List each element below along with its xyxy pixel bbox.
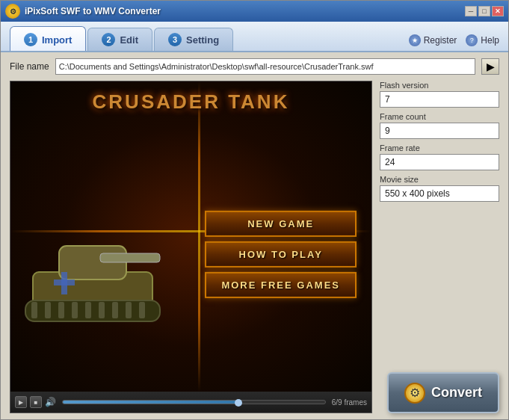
progress-track[interactable] bbox=[62, 400, 326, 404]
gear-symbol: ⚙ bbox=[410, 386, 420, 400]
preview-area: CRUSADER TANK bbox=[10, 81, 372, 413]
movie-size-label: Movie size bbox=[380, 175, 499, 184]
header: 1 Import 2 Edit 3 Setting ★ Register ? H… bbox=[1, 22, 508, 52]
svg-rect-13 bbox=[126, 302, 132, 318]
frame-counter: 6/9 frames bbox=[332, 398, 367, 407]
file-input[interactable] bbox=[55, 58, 475, 75]
tab-bar: 1 Import 2 Edit 3 Setting bbox=[10, 26, 233, 51]
maximize-button[interactable]: □ bbox=[478, 6, 490, 16]
svg-rect-14 bbox=[139, 302, 145, 318]
app-icon: ⚙ bbox=[5, 4, 20, 19]
svg-rect-9 bbox=[72, 302, 78, 318]
preview-frame: CRUSADER TANK bbox=[10, 81, 371, 392]
game-menu: NEW GAME HOW TO PLAY MORE FREE GAMES bbox=[205, 210, 357, 297]
tab-edit-label: Edit bbox=[120, 34, 138, 46]
frame-rate-value: 24 bbox=[380, 154, 499, 170]
register-icon: ★ bbox=[409, 34, 421, 46]
tab-edit-num: 2 bbox=[102, 33, 115, 46]
more-free-games-button[interactable]: MORE FREE GAMES bbox=[205, 271, 357, 297]
tab-import-num: 1 bbox=[24, 33, 37, 46]
spacer bbox=[380, 206, 499, 368]
movie-size-value: 550 x 400 pixels bbox=[380, 185, 499, 202]
volume-icon[interactable]: 🔊 bbox=[45, 397, 56, 407]
game-title: CRUSADER TANK bbox=[10, 90, 371, 114]
tab-import[interactable]: 1 Import bbox=[10, 26, 86, 51]
svg-rect-10 bbox=[85, 302, 91, 318]
tab-setting-num: 3 bbox=[168, 33, 182, 46]
help-button[interactable]: ? Help bbox=[466, 34, 499, 46]
media-controls: ▶ ■ 🔊 6/9 frames bbox=[10, 392, 371, 413]
main-window: ⚙ iPixSoft SWF to WMV Converter ─ □ ✕ 1 … bbox=[0, 0, 509, 420]
play-button[interactable]: ▶ bbox=[15, 396, 27, 408]
how-to-play-button[interactable]: HOW TO PLAY bbox=[205, 241, 357, 267]
stop-button[interactable]: ■ bbox=[30, 396, 42, 408]
tab-import-label: Import bbox=[42, 34, 72, 46]
svg-rect-5 bbox=[54, 280, 75, 285]
file-row: File name ▶ bbox=[10, 58, 499, 75]
header-right: ★ Register ? Help bbox=[409, 34, 499, 51]
flash-version-group: Flash version 7 bbox=[380, 81, 499, 108]
close-button[interactable]: ✕ bbox=[492, 6, 504, 16]
svg-rect-11 bbox=[99, 302, 105, 318]
titlebar-buttons: ─ □ ✕ bbox=[465, 6, 504, 16]
vertical-line bbox=[198, 81, 200, 392]
convert-gear-icon: ⚙ bbox=[404, 383, 425, 404]
svg-rect-7 bbox=[45, 302, 51, 318]
titlebar: ⚙ iPixSoft SWF to WMV Converter ─ □ ✕ bbox=[1, 1, 508, 22]
window-title: iPixSoft SWF to WMV Converter bbox=[25, 6, 465, 16]
file-label: File name bbox=[10, 61, 49, 72]
progress-thumb[interactable] bbox=[235, 399, 242, 407]
flash-version-value: 7 bbox=[380, 91, 499, 108]
register-label: Register bbox=[424, 35, 457, 46]
svg-rect-2 bbox=[100, 253, 160, 262]
frame-rate-group: Frame rate 24 bbox=[380, 143, 499, 170]
help-label: Help bbox=[481, 35, 499, 46]
tab-setting-label: Setting bbox=[186, 34, 219, 46]
help-icon: ? bbox=[466, 34, 478, 46]
frame-count-group: Frame count 9 bbox=[380, 112, 499, 139]
browse-icon: ▶ bbox=[487, 61, 495, 72]
progress-fill bbox=[63, 401, 238, 404]
new-game-button[interactable]: NEW GAME bbox=[205, 210, 357, 236]
flash-version-label: Flash version bbox=[380, 81, 499, 90]
tab-setting[interactable]: 3 Setting bbox=[154, 28, 233, 51]
main-row: CRUSADER TANK bbox=[10, 81, 499, 413]
tab-edit[interactable]: 2 Edit bbox=[87, 28, 152, 51]
content-area: File name ▶ CRUSADER TANK bbox=[1, 52, 508, 419]
tank-image bbox=[18, 212, 167, 332]
browse-button[interactable]: ▶ bbox=[481, 58, 499, 75]
convert-button[interactable]: ⚙ Convert bbox=[387, 372, 499, 413]
frame-count-value: 9 bbox=[380, 123, 499, 139]
svg-rect-8 bbox=[58, 302, 64, 318]
svg-rect-12 bbox=[112, 302, 118, 318]
frame-rate-label: Frame rate bbox=[380, 143, 499, 152]
movie-size-group: Movie size 550 x 400 pixels bbox=[380, 175, 499, 202]
properties-panel: Flash version 7 Frame count 9 Frame rate… bbox=[380, 81, 499, 413]
svg-rect-6 bbox=[31, 302, 37, 318]
register-button[interactable]: ★ Register bbox=[409, 34, 457, 46]
convert-label: Convert bbox=[431, 385, 482, 401]
frame-count-label: Frame count bbox=[380, 112, 499, 121]
minimize-button[interactable]: ─ bbox=[465, 6, 477, 16]
